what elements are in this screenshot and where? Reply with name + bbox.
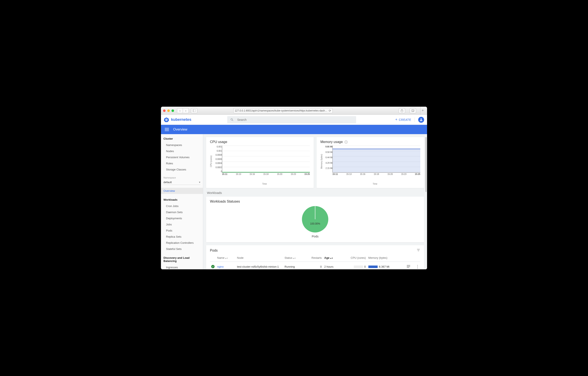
pods-status-pie: 100.00%: [301, 206, 329, 233]
forward-button[interactable]: ›: [183, 108, 189, 113]
filter-icon[interactable]: [417, 248, 420, 253]
main-content: CPU usage CPU (cores) 0.001 0.001 0.0008…: [203, 134, 427, 269]
back-button[interactable]: ‹: [177, 108, 183, 113]
menu-button[interactable]: [165, 128, 169, 131]
cpu-xtick: 15:25: [304, 173, 310, 175]
brand-text: kubernetes: [171, 117, 191, 122]
section-bar: Overview: [161, 125, 427, 134]
search-icon: [230, 118, 234, 122]
mem-xlabel: Time: [330, 183, 420, 185]
statuses-title: Workloads Statuses: [210, 200, 420, 203]
mem-ytick: 8.58 Mi: [323, 151, 332, 153]
cpu-ytick: 0.001: [213, 146, 222, 148]
share-icon[interactable]: [399, 108, 405, 113]
col-status[interactable]: Status▲▾: [283, 254, 304, 262]
sidebar-head-cluster[interactable]: Cluster: [161, 136, 203, 142]
sidebar-item-roles[interactable]: Roles: [161, 160, 203, 167]
sidebar-item-storage-classes[interactable]: Storage Classes: [161, 167, 203, 173]
sidebar-item-stateful-sets[interactable]: Stateful Sets: [161, 246, 203, 252]
mem-ytick: 4.29 Mi: [323, 162, 332, 164]
mem-ytick: 2.15 Mi: [323, 167, 332, 169]
sidebar-item-jobs[interactable]: Jobs: [161, 221, 203, 228]
mem-ylabel: Memory (bytes): [320, 154, 323, 168]
mem-ytick: 9.66 Mi: [323, 146, 332, 148]
mem-xtick: 15:18: [374, 173, 379, 175]
window-maximize-button[interactable]: [171, 109, 174, 112]
search-field[interactable]: [227, 116, 356, 123]
cpu-ytick: 0.001: [213, 150, 222, 152]
mem-xtick: 15:11: [332, 173, 338, 175]
mem-xtick: 15:20: [387, 173, 393, 175]
mem-xtick: 15:23: [401, 173, 406, 175]
namespace-select[interactable]: default ▾: [163, 180, 200, 185]
cpu-xtick: 15:13: [236, 173, 241, 175]
sidebar-toggle-icon[interactable]: [191, 108, 197, 113]
window-minimize-button[interactable]: [167, 109, 170, 112]
col-restarts[interactable]: Restarts: [304, 254, 323, 262]
app-bar: kubernetes + CREATE: [161, 115, 427, 125]
mem-xtick: 15:16: [360, 173, 365, 175]
svg-rect-0: [193, 109, 196, 112]
chevron-down-icon: ▾: [199, 181, 200, 184]
cpu-ytick: 0.0002: [213, 166, 222, 168]
scrollbar-thumb[interactable]: [425, 137, 427, 192]
col-name[interactable]: Name▲▾: [216, 254, 236, 262]
info-icon[interactable]: i: [345, 140, 348, 144]
col-node[interactable]: Node: [236, 254, 283, 262]
col-cpu[interactable]: CPU (cores): [340, 254, 367, 262]
workloads-section-label: Workloads: [207, 191, 423, 195]
pods-title: Pods: [210, 249, 218, 252]
sidebar-head-workloads[interactable]: Workloads: [161, 197, 203, 203]
search-input[interactable]: [237, 118, 353, 122]
cpu-ylabel: CPU (cores): [210, 156, 212, 167]
pod-status: Running: [284, 265, 295, 268]
logs-icon[interactable]: [407, 265, 410, 269]
pod-restarts: 0: [320, 265, 322, 268]
more-actions-icon[interactable]: ⋮: [416, 264, 419, 269]
sidebar-item-cron-jobs[interactable]: Cron Jobs: [161, 203, 203, 209]
address-bar[interactable]: 127.0.0.1:8001/api/v1/namespaces/kube-sy…: [233, 108, 333, 113]
sidebar-item-replication-controllers[interactable]: Replication Controllers: [161, 240, 203, 246]
status-ok-icon: ✓: [211, 265, 215, 268]
namespace-value: default: [163, 181, 172, 184]
sidebar-head-discovery[interactable]: Discovery and Load Balancing: [161, 255, 203, 264]
memory-chart: Memory (bytes) 9.66 Mi 8.58 Mi 6.44 Mi 4…: [320, 146, 420, 177]
plus-icon: +: [395, 117, 398, 122]
pods-card: Pods Name▲▾ Node Status▲▾ Re: [206, 245, 424, 269]
tabs-icon[interactable]: [410, 108, 416, 113]
brand[interactable]: kubernetes: [164, 117, 227, 122]
sidebar-item-daemon-sets[interactable]: Daemon Sets: [161, 209, 203, 215]
titlebar: ‹ › 127.0.0.1:8001/api/v1/namespaces/kub…: [161, 107, 427, 115]
sidebar-item-ingresses[interactable]: Ingresses: [161, 264, 203, 269]
col-mem[interactable]: Memory (bytes): [367, 254, 403, 262]
table-row[interactable]: ✓ nginx test-cluster-nd5c5y6lsfxb-minion…: [210, 262, 420, 270]
sidebar-item-pods[interactable]: Pods: [161, 228, 203, 234]
cpu-usage-card: CPU usage CPU (cores) 0.001 0.001 0.0008…: [206, 137, 314, 188]
account-button[interactable]: [418, 117, 424, 123]
cpu-ytick: 0: [213, 170, 222, 173]
reload-icon[interactable]: ⟳: [329, 109, 331, 112]
sidebar-item-namespaces[interactable]: Namespaces: [161, 142, 203, 148]
pie-caption: Pods: [312, 235, 318, 238]
new-tab-button[interactable]: +: [420, 107, 425, 115]
pod-node: test-cluster-nd5c5y6lsfxb-minion-1: [237, 265, 279, 268]
kubernetes-logo-icon: [164, 117, 169, 122]
cpu-series-line: [222, 172, 310, 172]
create-button[interactable]: + CREATE: [395, 117, 411, 122]
sidebar-item-replica-sets[interactable]: Replica Sets: [161, 234, 203, 240]
cpu-xtick: 15:16: [249, 173, 255, 175]
sidebar-item-nodes[interactable]: Nodes: [161, 148, 203, 154]
sidebar-item-overview[interactable]: Overview: [161, 188, 203, 194]
sidebar-item-persistent-volumes[interactable]: Persistent Volumes: [161, 154, 203, 160]
browser-window: ‹ › 127.0.0.1:8001/api/v1/namespaces/kub…: [161, 107, 427, 269]
sidebar-item-deployments[interactable]: Deployments: [161, 215, 203, 221]
cpu-title: CPU usage: [210, 140, 310, 144]
cpu-xlabel: Time: [219, 183, 310, 185]
window-close-button[interactable]: [163, 109, 166, 112]
col-age[interactable]: Age▲▾: [323, 254, 340, 262]
cpu-ytick: 0.0008: [213, 154, 222, 156]
cpu-bar: [354, 266, 363, 268]
svg-rect-4: [412, 109, 414, 111]
pod-name-link[interactable]: nginx: [217, 265, 224, 268]
pods-table: Name▲▾ Node Status▲▾ Restarts Age▲▾ CPU …: [210, 254, 420, 269]
